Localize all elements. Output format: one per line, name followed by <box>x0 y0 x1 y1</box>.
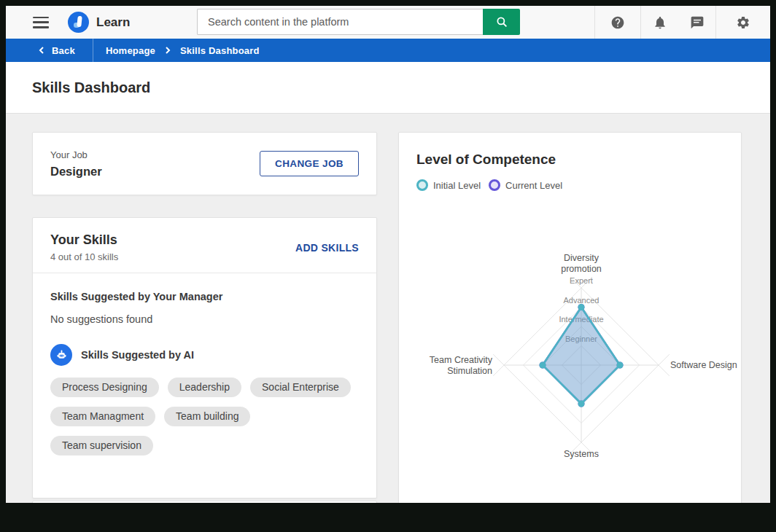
chart-legend: Initial Level Current Level <box>416 179 723 191</box>
radar-axis-label: Systems <box>564 449 599 459</box>
radar-series-initial-level <box>543 308 620 404</box>
skill-chip[interactable]: Team Managment <box>50 407 155 426</box>
skill-chip-list: Process Designing Leadership Social Ente… <box>50 378 357 455</box>
skill-chip[interactable]: Social Enterprise <box>250 378 351 397</box>
radar-axis-label: promotion <box>561 264 602 274</box>
chevron-right-icon <box>164 47 171 54</box>
page-title: Skills Dashboard <box>32 79 150 96</box>
top-icon-group <box>594 6 770 39</box>
ai-suggestions-header: Skills Suggested by AI <box>50 344 359 366</box>
logo-icon <box>68 12 89 33</box>
radar-level-label: Advanced <box>564 296 600 305</box>
radar-axis-label: Diversity <box>564 253 600 263</box>
skill-chip[interactable]: Team supervision <box>50 436 153 455</box>
title-strip: Skills Dashboard <box>6 62 770 114</box>
notifications-button[interactable] <box>641 6 679 39</box>
back-button[interactable]: Back <box>38 45 75 56</box>
skills-card-header: Your Skills 4 out of 10 skills ADD SKILL… <box>33 218 376 273</box>
top-bar: Learn <box>6 6 770 39</box>
skill-chip[interactable]: Leadership <box>168 378 241 397</box>
radar-point <box>578 304 585 310</box>
breadcrumb-item-current[interactable]: Skills Dashboard <box>180 45 260 56</box>
your-skills-card: Your Skills 4 out of 10 skills ADD SKILL… <box>32 217 377 498</box>
radar-chart: BeginnerIntermediateAdvancedExpertDivers… <box>418 246 753 466</box>
search-bar <box>197 9 520 35</box>
job-value: Designer <box>50 165 102 179</box>
search-button[interactable] <box>483 9 520 35</box>
search-icon <box>495 15 508 28</box>
radar-axis-label: Software Design <box>670 360 737 370</box>
legend-item-initial: Initial Level <box>416 179 481 191</box>
radar-point <box>540 362 546 369</box>
next-card-peek <box>32 501 377 503</box>
breadcrumb-bar: Back Homepage Skills Dashboard <box>6 39 770 62</box>
left-column: Your Job Designer CHANGE JOB Your Skills… <box>32 132 377 503</box>
right-column: Level of Competence Initial Level Curren… <box>398 132 742 503</box>
settings-icon <box>736 15 750 30</box>
skills-card-body: Skills Suggested by Your Manager No sugg… <box>33 273 376 473</box>
legend-item-current: Current Level <box>489 179 562 191</box>
current-level-swatch <box>489 179 500 191</box>
search-input[interactable] <box>197 9 483 35</box>
radar-axis-label: Stimulation <box>447 366 492 376</box>
level-of-competence-card: Level of Competence Initial Level Curren… <box>398 132 742 503</box>
help-button[interactable] <box>595 6 640 39</box>
legend-label: Current Level <box>505 180 562 191</box>
skills-title: Your Skills <box>50 232 118 248</box>
skills-count: 4 out of 10 skills <box>50 251 118 262</box>
skill-chip[interactable]: Team building <box>164 407 250 426</box>
radar-level-label: Expert <box>570 276 593 285</box>
help-icon <box>610 15 625 30</box>
initial-level-swatch <box>416 179 428 191</box>
chat-button[interactable] <box>679 6 715 39</box>
your-job-card: Your Job Designer CHANGE JOB <box>32 132 377 195</box>
brand-name: Learn <box>96 15 130 30</box>
radar-axis-label: Team Creativity <box>430 355 493 365</box>
legend-label: Initial Level <box>433 180 481 191</box>
app-window: Learn <box>6 6 770 503</box>
manager-suggestions-empty: No suggestions found <box>50 313 359 325</box>
radar-point <box>617 362 624 369</box>
back-label: Back <box>52 45 75 56</box>
ai-suggestions-title: Skills Suggested by AI <box>81 349 194 361</box>
divider <box>93 39 93 62</box>
change-job-button[interactable]: CHANGE JOB <box>260 151 359 176</box>
chat-icon <box>690 15 705 30</box>
breadcrumb: Homepage Skills Dashboard <box>106 45 260 56</box>
manager-suggestions-title: Skills Suggested by Your Manager <box>50 291 359 302</box>
job-label: Your Job <box>50 149 102 160</box>
skill-chip[interactable]: Process Designing <box>50 378 159 397</box>
robot-icon <box>50 344 72 366</box>
notifications-icon <box>653 15 667 30</box>
settings-button[interactable] <box>716 6 770 39</box>
radar-point <box>578 401 585 407</box>
logo[interactable]: Learn <box>68 12 130 33</box>
chevron-left-icon <box>38 47 45 54</box>
breadcrumb-item-homepage[interactable]: Homepage <box>106 45 155 56</box>
main-content: Your Job Designer CHANGE JOB Your Skills… <box>6 114 770 503</box>
menu-icon[interactable] <box>33 17 49 28</box>
competence-title: Level of Competence <box>416 152 723 168</box>
screenshot-frame: Learn <box>0 0 776 532</box>
add-skills-button[interactable]: ADD SKILLS <box>295 242 359 254</box>
